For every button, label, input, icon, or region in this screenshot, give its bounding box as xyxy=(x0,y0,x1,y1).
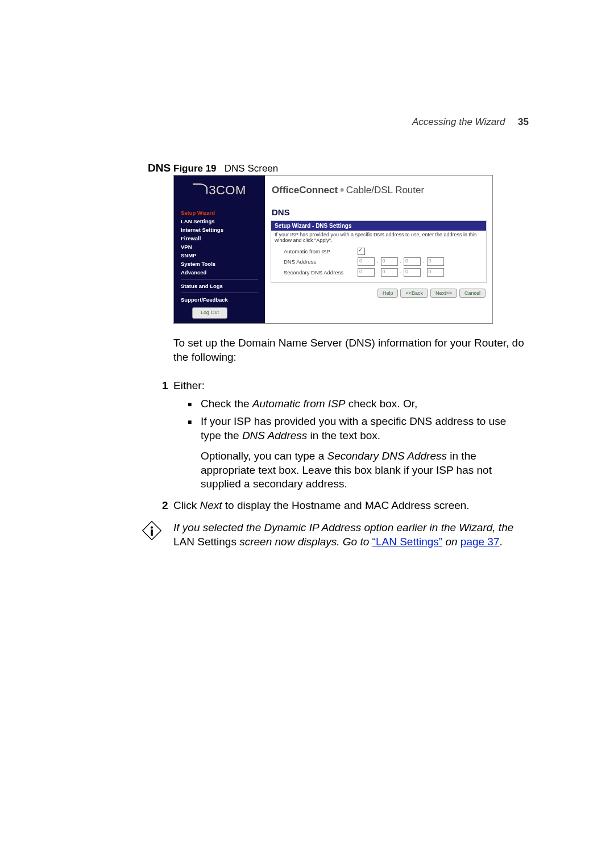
link-lan-settings[interactable]: “LAN Settings” xyxy=(372,536,443,548)
product-name-rest: Cable/DSL Router xyxy=(346,185,424,196)
step-number-2: 2 xyxy=(162,499,168,512)
registered-icon: ® xyxy=(340,187,344,193)
bullet-icon: ■ xyxy=(188,400,192,408)
bullet-2-text: If your ISP has provided you with a spec… xyxy=(201,415,525,443)
cancel-button[interactable]: Cancel xyxy=(459,289,486,298)
bullet-1-text: Check the Automatic from ISP check box. … xyxy=(201,397,525,411)
figure-caption: Figure 19 DNS Screen xyxy=(173,163,278,174)
ip-octet-input[interactable]: 0 xyxy=(404,268,421,277)
dns-address-input: 0. 0. 0. 0 xyxy=(358,257,444,266)
next-button[interactable]: Next>> xyxy=(430,289,457,298)
sidebar-item-system-tools[interactable]: System Tools xyxy=(181,260,265,268)
wizard-buttons: Help <<Back Next>> Cancel xyxy=(265,283,492,298)
panel-description: If your ISP has provided you with a spec… xyxy=(271,231,486,245)
page-number: 35 xyxy=(518,116,529,127)
link-page-37[interactable]: page 37 xyxy=(460,536,500,548)
dns-settings-panel: Setup Wizard - DNS Settings If your ISP … xyxy=(271,220,487,283)
sidebar-item-snmp[interactable]: SNMP xyxy=(181,251,265,260)
back-button[interactable]: <<Back xyxy=(400,289,428,298)
figure-number: Figure 19 xyxy=(173,163,217,174)
ip-octet-input[interactable]: 0 xyxy=(404,257,421,266)
ip-octet-input[interactable]: 0 xyxy=(427,268,444,277)
svg-rect-2 xyxy=(151,529,153,536)
header-breadcrumb: Accessing the Wizard xyxy=(412,116,505,127)
label-automatic-from-isp: Automatic from ISP xyxy=(284,248,358,254)
content-pane: OfficeConnect® Cable/DSL Router DNS Setu… xyxy=(265,176,492,323)
screenshot-dns-screen: 3COM Setup Wizard LAN Settings Internet … xyxy=(173,175,493,324)
ip-octet-input[interactable]: 0 xyxy=(381,268,398,277)
step-1-text: Either: xyxy=(173,379,205,392)
panel-heading: DNS xyxy=(265,205,492,220)
ip-octet-input[interactable]: 0 xyxy=(358,268,375,277)
step-2-text: Click Next to display the Hostname and M… xyxy=(173,499,526,512)
step-number-1: 1 xyxy=(162,379,168,392)
sidebar-separator xyxy=(181,293,258,293)
logo-text: 3COM xyxy=(209,183,246,198)
checkbox-automatic-from-isp[interactable] xyxy=(358,248,365,255)
label-dns-address: DNS Address xyxy=(284,258,358,265)
sidebar-item-internet-settings[interactable]: Internet Settings xyxy=(181,226,265,234)
sidebar: 3COM Setup Wizard LAN Settings Internet … xyxy=(174,176,265,323)
product-title: OfficeConnect® Cable/DSL Router xyxy=(265,176,492,205)
sidebar-item-status-logs[interactable]: Status and Logs xyxy=(181,282,265,290)
product-name-bold: OfficeConnect xyxy=(272,185,338,196)
sidebar-separator xyxy=(181,279,258,279)
bullet-2-optional-text: Optionally, you can type a Secondary DNS… xyxy=(201,449,528,491)
secondary-dns-address-input: 0. 0. 0. 0 xyxy=(358,268,444,277)
info-icon xyxy=(142,520,162,541)
sidebar-item-advanced[interactable]: Advanced xyxy=(181,268,265,277)
section-heading: DNS xyxy=(148,162,171,174)
panel-title: Setup Wizard - DNS Settings xyxy=(271,221,486,231)
logout-button[interactable]: Log Out xyxy=(192,307,227,319)
figure-title: DNS Screen xyxy=(225,163,278,174)
sidebar-item-lan-settings[interactable]: LAN Settings xyxy=(181,217,265,226)
sidebar-item-vpn[interactable]: VPN xyxy=(181,243,265,251)
sidebar-item-support[interactable]: Support/Feedback xyxy=(181,295,265,304)
info-note: If you selected the Dynamic IP Address o… xyxy=(173,521,529,549)
logo-3com: 3COM xyxy=(174,176,265,205)
sidebar-item-firewall[interactable]: Firewall xyxy=(181,234,265,243)
ip-octet-input[interactable]: 0 xyxy=(358,257,375,266)
label-secondary-dns-address: Secondary DNS Address xyxy=(284,269,358,276)
svg-point-1 xyxy=(151,527,153,529)
logo-swoosh-icon xyxy=(193,183,208,194)
sidebar-nav: Setup Wizard LAN Settings Internet Setti… xyxy=(174,205,265,323)
ip-octet-input[interactable]: 0 xyxy=(381,257,398,266)
help-button[interactable]: Help xyxy=(377,289,399,298)
bullet-icon: ■ xyxy=(188,418,192,426)
running-header: Accessing the Wizard 35 xyxy=(412,116,529,128)
ip-octet-input[interactable]: 0 xyxy=(427,257,444,266)
intro-paragraph: To set up the Domain Name Server (DNS) i… xyxy=(173,336,529,364)
sidebar-item-setup-wizard[interactable]: Setup Wizard xyxy=(181,208,265,217)
